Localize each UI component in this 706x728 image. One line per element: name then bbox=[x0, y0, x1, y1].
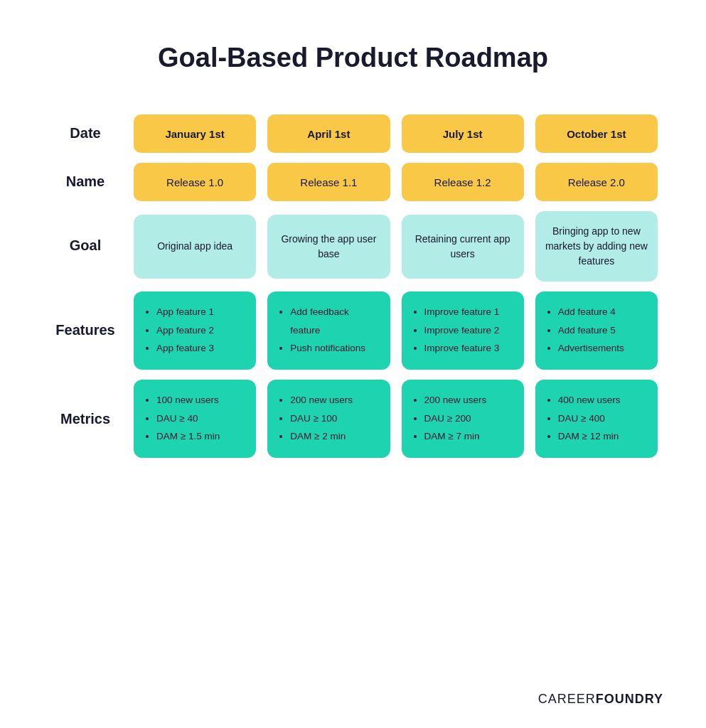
features-cell-1: App feature 1 App feature 2 App feature … bbox=[128, 286, 262, 374]
date-cell-1: January 1st bbox=[128, 109, 262, 157]
metrics-card-4: 400 new users DAU ≥ 400 DAM ≥ 12 min bbox=[535, 380, 658, 458]
feature-item: Improve feature 1 bbox=[424, 303, 500, 321]
features-label: Features bbox=[43, 286, 128, 374]
metric-item: DAM ≥ 12 min bbox=[558, 427, 621, 446]
metric-item: DAU ≥ 200 bbox=[424, 410, 487, 428]
name-badge-2: Release 1.1 bbox=[267, 163, 390, 201]
goal-cell-1: Original app idea bbox=[128, 205, 262, 286]
date-badge-2: April 1st bbox=[267, 114, 390, 153]
metrics-card-2: 200 new users DAU ≥ 100 DAM ≥ 2 min bbox=[267, 380, 390, 458]
features-card-4: Add feature 4 Add feature 5 Advertisemen… bbox=[535, 291, 658, 370]
feature-item: Advertisements bbox=[558, 339, 624, 358]
goal-card-4: Bringing app to new markets by adding ne… bbox=[535, 211, 658, 282]
name-cell-3: Release 1.2 bbox=[396, 157, 530, 205]
features-card-2: Add feedback feature Push notifications bbox=[267, 291, 390, 370]
feature-item: App feature 1 bbox=[156, 303, 214, 321]
feature-item: Improve feature 3 bbox=[424, 339, 500, 358]
feature-item: Add feature 4 bbox=[558, 303, 624, 321]
metrics-label: Metrics bbox=[43, 374, 128, 464]
name-cell-4: Release 2.0 bbox=[530, 157, 663, 205]
features-cell-3: Improve feature 1 Improve feature 2 Impr… bbox=[396, 286, 530, 374]
name-badge-3: Release 1.2 bbox=[402, 163, 524, 201]
brand-footer: CAREERFOUNDRY bbox=[538, 692, 663, 707]
goal-cell-4: Bringing app to new markets by adding ne… bbox=[530, 205, 663, 286]
name-label: Name bbox=[43, 157, 128, 205]
name-cell-1: Release 1.0 bbox=[128, 157, 262, 205]
metric-item: DAM ≥ 2 min bbox=[290, 427, 353, 446]
metric-item: DAU ≥ 40 bbox=[156, 410, 220, 428]
features-card-1: App feature 1 App feature 2 App feature … bbox=[134, 291, 256, 370]
goal-cell-2: Growing the app user base bbox=[262, 205, 395, 286]
feature-item: Push notifications bbox=[290, 339, 380, 358]
feature-item: Add feature 5 bbox=[558, 321, 624, 340]
features-card-3: Improve feature 1 Improve feature 2 Impr… bbox=[402, 291, 524, 370]
metrics-cell-1: 100 new users DAU ≥ 40 DAM ≥ 1.5 min bbox=[128, 374, 262, 464]
metric-item: 400 new users bbox=[558, 391, 621, 410]
feature-item: App feature 2 bbox=[156, 321, 214, 340]
brand-name-light: CAREER bbox=[538, 692, 596, 706]
features-cell-2: Add feedback feature Push notifications bbox=[262, 286, 395, 374]
metrics-cell-4: 400 new users DAU ≥ 400 DAM ≥ 12 min bbox=[530, 374, 663, 464]
date-badge-4: October 1st bbox=[535, 114, 658, 153]
features-cell-4: Add feature 4 Add feature 5 Advertisemen… bbox=[530, 286, 663, 374]
goal-card-1: Original app idea bbox=[134, 215, 256, 279]
goal-cell-3: Retaining current app users bbox=[396, 205, 530, 286]
goal-card-2: Growing the app user base bbox=[267, 215, 390, 279]
date-badge-1: January 1st bbox=[134, 114, 256, 153]
roadmap-table: Date January 1st April 1st July 1st Octo… bbox=[43, 109, 663, 464]
metric-item: DAM ≥ 1.5 min bbox=[156, 427, 220, 446]
date-badge-3: July 1st bbox=[402, 114, 524, 153]
metrics-card-3: 200 new users DAU ≥ 200 DAM ≥ 7 min bbox=[402, 380, 524, 458]
metric-item: 200 new users bbox=[424, 391, 487, 410]
date-cell-3: July 1st bbox=[396, 109, 530, 157]
goal-label: Goal bbox=[43, 205, 128, 286]
metric-item: 200 new users bbox=[290, 391, 353, 410]
date-cell-4: October 1st bbox=[530, 109, 663, 157]
metrics-cell-2: 200 new users DAU ≥ 100 DAM ≥ 2 min bbox=[262, 374, 395, 464]
metrics-cell-3: 200 new users DAU ≥ 200 DAM ≥ 7 min bbox=[396, 374, 530, 464]
feature-item: Add feedback feature bbox=[290, 303, 380, 339]
metrics-card-1: 100 new users DAU ≥ 40 DAM ≥ 1.5 min bbox=[134, 380, 256, 458]
metric-item: DAU ≥ 400 bbox=[558, 410, 621, 428]
brand-name-bold: FOUNDRY bbox=[596, 692, 663, 706]
page-wrapper: Goal-Based Product Roadmap Date January … bbox=[0, 0, 706, 728]
name-cell-2: Release 1.1 bbox=[262, 157, 395, 205]
page-title: Goal-Based Product Roadmap bbox=[158, 43, 548, 73]
feature-item: Improve feature 2 bbox=[424, 321, 500, 340]
metric-item: DAU ≥ 100 bbox=[290, 410, 353, 428]
date-label: Date bbox=[43, 109, 128, 157]
feature-item: App feature 3 bbox=[156, 339, 214, 358]
date-cell-2: April 1st bbox=[262, 109, 395, 157]
name-badge-1: Release 1.0 bbox=[134, 163, 256, 201]
metric-item: 100 new users bbox=[156, 391, 220, 410]
goal-card-3: Retaining current app users bbox=[402, 215, 524, 279]
metric-item: DAM ≥ 7 min bbox=[424, 427, 487, 446]
name-badge-4: Release 2.0 bbox=[535, 163, 658, 201]
